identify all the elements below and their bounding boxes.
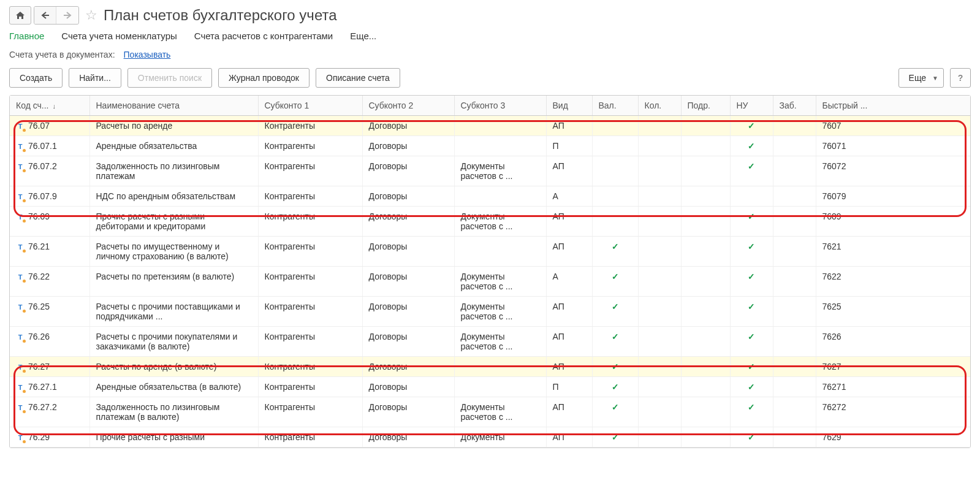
check-icon: ✓ [748, 121, 755, 131]
tab-more[interactable]: Еще... [350, 31, 376, 41]
cell-podr [681, 186, 730, 207]
cell-zab [773, 427, 816, 448]
cell-subconto2: Договоры [362, 237, 454, 267]
cell-name: Прочие расчеты с разными дебиторами и кр… [89, 207, 258, 237]
col-nu[interactable]: НУ [730, 96, 773, 116]
table-row[interactable]: T76.07.9НДС по арендным обязательствамКо… [10, 186, 970, 207]
account-icon: T [16, 162, 25, 171]
cell-zab [773, 136, 816, 156]
cell-fast: 7629 [816, 427, 970, 448]
table-row[interactable]: T76.07.2Задолженность по лизинговым плат… [10, 156, 970, 186]
page-title: План счетов бухгалтерского учета [104, 7, 337, 24]
cell-kol [638, 297, 681, 327]
cell-kol [638, 136, 681, 156]
cell-name: Расчеты по аренде (в валюте) [89, 357, 258, 377]
col-kol[interactable]: Кол. [638, 96, 681, 116]
col-subconto1[interactable]: Субконто 1 [258, 96, 362, 116]
cell-zab [773, 237, 816, 267]
cell-vid: АП [546, 207, 592, 237]
cell-subconto1: Контрагенты [258, 357, 362, 377]
cell-kol [638, 186, 681, 207]
check-icon: ✓ [748, 382, 755, 392]
cell-podr [681, 267, 730, 297]
check-icon: ✓ [748, 272, 755, 281]
cell-nu: ✓ [730, 156, 773, 186]
tab-nomenclature[interactable]: Счета учета номенклатуры [61, 31, 177, 41]
cell-name: Задолженность по лизинговым платежам (в … [89, 397, 258, 427]
cell-val: ✓ [592, 357, 638, 377]
description-button[interactable]: Описание счета [316, 68, 400, 88]
cell-val: ✓ [592, 327, 638, 357]
docs-show-link[interactable]: Показывать [124, 50, 171, 59]
col-code[interactable]: Код сч...↓ [10, 96, 89, 116]
cell-val: ✓ [592, 377, 638, 397]
account-icon: T [16, 122, 25, 131]
col-subconto2[interactable]: Субконто 2 [362, 96, 454, 116]
check-icon: ✓ [748, 332, 755, 341]
cell-subconto2: Договоры [362, 327, 454, 357]
table-row[interactable]: T76.27Расчеты по аренде (в валюте)Контра… [10, 357, 970, 377]
col-zab[interactable]: Заб. [773, 96, 816, 116]
col-name[interactable]: Наименование счета [89, 96, 258, 116]
table-row[interactable]: T76.25Расчеты с прочими поставщиками и п… [10, 297, 970, 327]
cell-subconto1: Контрагенты [258, 136, 362, 156]
journal-button[interactable]: Журнал проводок [218, 68, 310, 88]
col-podr[interactable]: Подр. [681, 96, 730, 116]
cell-kol [638, 116, 681, 136]
table-row[interactable]: T76.27.1Арендные обязательства (в валюте… [10, 377, 970, 397]
cell-subconto3 [454, 237, 546, 267]
cell-kol [638, 397, 681, 427]
cell-zab [773, 186, 816, 207]
home-button[interactable] [9, 6, 31, 25]
cell-subconto2: Договоры [362, 427, 454, 448]
cell-subconto3: Документы расчетов с ... [454, 397, 546, 427]
cell-podr [681, 136, 730, 156]
table-row[interactable]: T76.29Прочие расчеты с разнымиКонтрагент… [10, 427, 970, 448]
favorite-icon[interactable]: ☆ [85, 7, 97, 23]
cell-nu: ✓ [730, 116, 773, 136]
account-icon: T [16, 333, 25, 341]
cell-name: Арендные обязательства [89, 136, 258, 156]
col-fast[interactable]: Быстрый ... [816, 96, 970, 116]
help-button[interactable]: ? [950, 68, 971, 88]
cell-nu: ✓ [730, 357, 773, 377]
back-button[interactable] [34, 7, 56, 24]
cell-subconto2: Договоры [362, 377, 454, 397]
table-row[interactable]: T76.27.2Задолженность по лизинговым плат… [10, 397, 970, 427]
more-button[interactable]: Еще▼ [898, 68, 944, 88]
col-val[interactable]: Вал. [592, 96, 638, 116]
create-button[interactable]: Создать [9, 68, 63, 88]
cell-kol [638, 156, 681, 186]
cell-subconto2: Договоры [362, 267, 454, 297]
cell-subconto1: Контрагенты [258, 267, 362, 297]
check-icon: ✓ [748, 362, 755, 371]
cell-subconto1: Контрагенты [258, 237, 362, 267]
cell-val: ✓ [592, 427, 638, 448]
cell-fast: 7626 [816, 327, 970, 357]
check-icon: ✓ [612, 362, 619, 371]
cell-vid: АП [546, 327, 592, 357]
col-vid[interactable]: Вид [546, 96, 592, 116]
account-icon: T [16, 213, 25, 221]
cell-zab [773, 357, 816, 377]
check-icon: ✓ [748, 302, 755, 311]
cell-subconto1: Контрагенты [258, 186, 362, 207]
cell-nu: ✓ [730, 136, 773, 156]
table-row[interactable]: T76.07Расчеты по арендеКонтрагентыДогово… [10, 116, 970, 136]
accounts-table: Код сч...↓ Наименование счета Субконто 1… [9, 95, 971, 448]
cell-code: 76.07.1 [28, 141, 57, 151]
table-row[interactable]: T76.22Расчеты по претензиям (в валюте)Ко… [10, 267, 970, 297]
table-row[interactable]: T76.09Прочие расчеты с разными дебиторам… [10, 207, 970, 237]
cell-fast: 7622 [816, 267, 970, 297]
table-row[interactable]: T76.26Расчеты с прочими покупателями и з… [10, 327, 970, 357]
cell-fast: 7625 [816, 297, 970, 327]
cell-kol [638, 207, 681, 237]
tab-main[interactable]: Главное [9, 31, 44, 41]
cell-subconto3: Документы расчетов с ... [454, 207, 546, 237]
check-icon: ✓ [612, 272, 619, 281]
table-row[interactable]: T76.07.1Арендные обязательстваКонтрагент… [10, 136, 970, 156]
tab-counterparties[interactable]: Счета расчетов с контрагентами [194, 31, 333, 41]
table-row[interactable]: T76.21Расчеты по имущественному и личном… [10, 237, 970, 267]
col-subconto3[interactable]: Субконто 3 [454, 96, 546, 116]
find-button[interactable]: Найти... [69, 68, 121, 88]
